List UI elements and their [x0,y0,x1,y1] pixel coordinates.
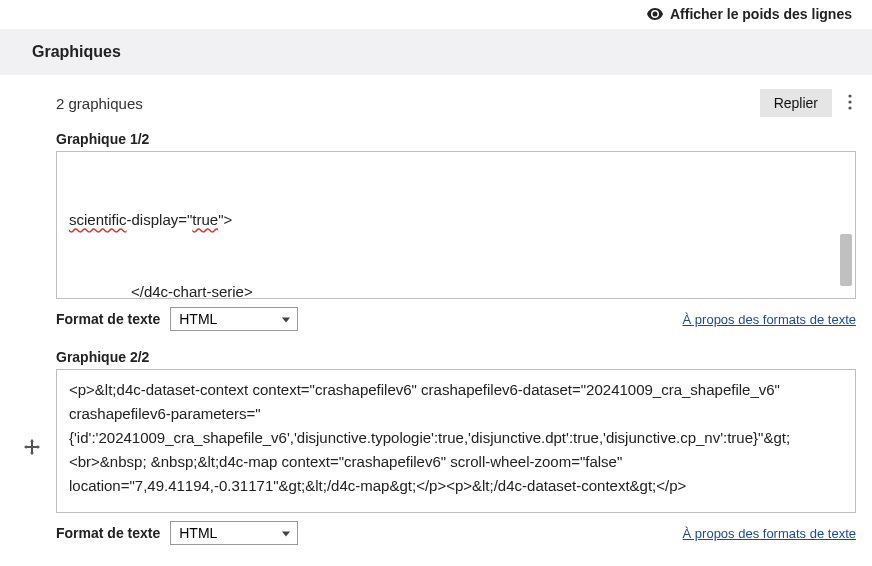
code-token: "> [218,211,232,228]
scrollbar[interactable] [839,154,853,296]
graphique-2-label: Graphique 2/2 [56,349,856,365]
row-weights-label: Afficher le poids des lignes [670,6,852,22]
format-help-link-1[interactable]: À propos des formats de texte [683,312,856,327]
graphique-1-label: Graphique 1/2 [56,131,856,147]
graphiques-count: 2 graphiques [56,95,143,112]
code-line: </d4c-chart-serie> [69,280,843,298]
format-label-2: Format de texte [56,525,160,541]
format-label-1: Format de texte [56,311,160,327]
eye-icon [647,7,663,23]
code-token: true [192,211,218,228]
vertical-dots-icon [848,94,852,110]
more-options-button[interactable] [844,92,856,115]
code-token: -display=" [127,211,193,228]
graphique-2-textarea[interactable]: <p>&lt;d4c-dataset-context context="cras… [56,369,856,513]
row-weights-toggle[interactable]: Afficher le poids des lignes [0,0,872,29]
replier-button[interactable]: Replier [760,89,832,117]
svg-point-2 [848,106,851,109]
format-select-2[interactable]: HTML [170,521,298,545]
section-title: Graphiques [0,29,872,75]
format-select-1[interactable]: HTML [170,307,298,331]
drag-handle-icon[interactable] [24,439,40,455]
graphique-1-textarea[interactable]: scientific-display="true"> </d4c-chart-s… [56,151,856,299]
svg-point-0 [848,94,851,97]
svg-point-1 [848,100,851,103]
code-content-2: <p>&lt;d4c-dataset-context context="cras… [57,370,855,512]
code-token: scientific [69,211,127,228]
scroll-thumb[interactable] [840,234,852,286]
format-help-link-2[interactable]: À propos des formats de texte [683,526,856,541]
